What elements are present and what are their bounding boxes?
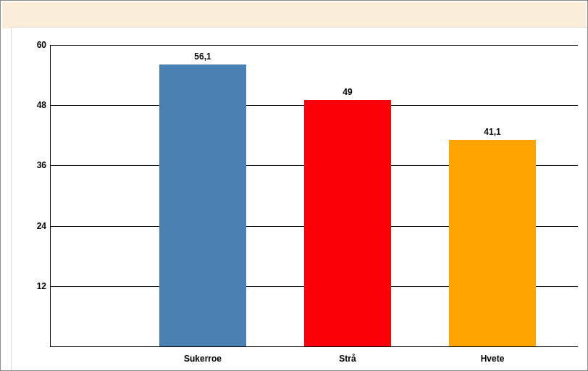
y-tick-label: 48 bbox=[37, 100, 51, 110]
bar: 56,1 bbox=[159, 64, 246, 346]
chart-card: 122436486056,1Sukerroe49Strå41,1Hvete bbox=[11, 27, 587, 370]
y-tick-label: 60 bbox=[37, 40, 51, 50]
bar: 49 bbox=[304, 100, 391, 346]
bar-value-label: 56,1 bbox=[194, 51, 211, 64]
x-category-label: Sukerroe bbox=[184, 346, 222, 364]
gridline bbox=[51, 45, 578, 46]
bar-value-label: 41,1 bbox=[484, 127, 500, 140]
y-tick-label: 36 bbox=[37, 160, 51, 170]
y-tick-label: 24 bbox=[37, 221, 51, 231]
plot-area: 122436486056,1Sukerroe49Strå41,1Hvete bbox=[50, 45, 578, 347]
bar: 41,1 bbox=[449, 140, 536, 346]
window-frame: 122436486056,1Sukerroe49Strå41,1Hvete bbox=[0, 0, 588, 371]
header-band bbox=[2, 2, 586, 28]
bar-value-label: 49 bbox=[343, 87, 352, 100]
y-tick-label: 12 bbox=[37, 281, 51, 291]
x-category-label: Strå bbox=[339, 346, 356, 364]
x-category-label: Hvete bbox=[481, 346, 505, 364]
